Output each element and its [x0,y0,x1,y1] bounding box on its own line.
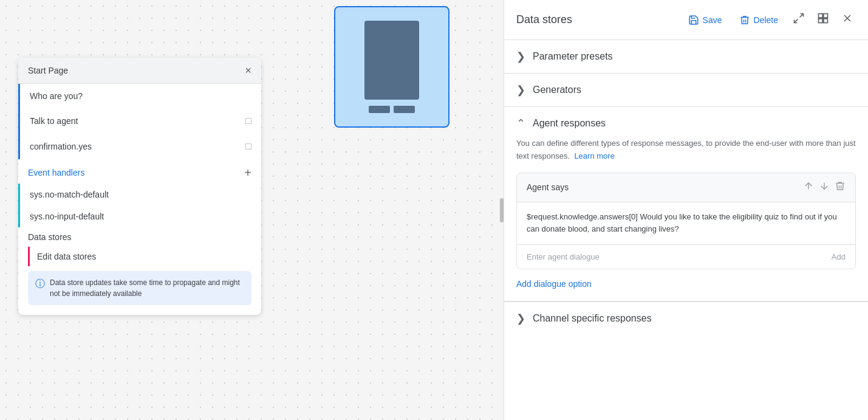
svg-line-0 [800,14,804,18]
info-box: ⓘ Data store updates take some time to p… [28,271,251,305]
agent-dialogue-text: $request.knowledge.answers[0] Would you … [517,202,855,246]
split-view-icon [817,12,829,24]
add-dialogue-option-button[interactable]: Add dialogue option [516,277,592,291]
move-down-button[interactable] [819,181,830,195]
data-stores-section: Data stores Edit data stores ⓘ Data stor… [18,227,261,315]
expand-button[interactable] [790,10,807,30]
sidebar-title: Start Page [28,66,68,75]
right-panel: Data stores Save Delete [504,0,868,420]
node-small-rect-1 [369,106,390,113]
right-panel-title: Data stores [516,13,676,26]
parameter-presets-title: Parameter presets [533,51,613,62]
sidebar-card: Start Page × Who are you? Talk to agent … [18,58,261,315]
agent-dialogue-input-row: Enter agent dialogue Add [517,245,855,269]
expand-icon [793,12,805,24]
document-icon: □ [245,141,251,152]
channel-specific-section[interactable]: ❯ Channel specific responses [504,302,868,335]
resize-handle[interactable] [500,198,504,222]
trash-icon [835,181,846,191]
svg-rect-4 [819,19,823,23]
data-store-item-label: Edit data stores [37,252,96,261]
svg-rect-2 [819,14,823,18]
event-handlers-add-button[interactable]: + [244,167,251,179]
save-label: Save [703,15,722,25]
agent-responses-header[interactable]: ⌃ Agent responses [516,117,856,130]
sidebar-items-section: Who are you? Talk to agent □ confirmatio… [18,84,261,159]
sidebar-item-label: Talk to agent [30,116,245,126]
svg-rect-5 [824,19,828,23]
dialogue-add-button[interactable]: Add [832,252,846,261]
delete-dialogue-button[interactable] [835,181,846,195]
sidebar-close-button[interactable]: × [245,65,251,76]
event-item-label: sys.no-input-default [30,212,104,221]
left-panel: Start Page × Who are you? Talk to agent … [0,0,279,420]
close-panel-button[interactable] [839,10,856,30]
sidebar-item-label: Who are you? [30,91,251,101]
node-small-rect-2 [394,106,415,113]
move-up-button[interactable] [803,181,814,195]
center-canvas [279,0,504,420]
chevron-right-icon: ❯ [516,312,525,325]
info-icon: ⓘ [35,278,45,291]
parameter-presets-section[interactable]: ❯ Parameter presets [504,40,868,74]
event-item-no-input[interactable]: sys.no-input-default [18,205,261,227]
delete-icon [739,15,750,26]
event-item-no-match[interactable]: sys.no-match-default [18,184,261,205]
learn-more-link[interactable]: Learn more [574,151,614,160]
sidebar-item-confirmation-yes[interactable]: confirmation.yes □ [18,134,261,159]
chevron-right-icon: ❯ [516,83,525,97]
add-dialogue-label: Add dialogue option [516,279,592,289]
event-handlers-title: Event handlers [28,168,84,177]
chevron-right-icon: ❯ [516,50,525,63]
delete-button[interactable]: Delete [734,12,783,28]
agent-says-actions [803,181,846,195]
split-view-button[interactable] [815,10,832,30]
down-arrow-icon [819,181,830,191]
dialogue-input-placeholder[interactable]: Enter agent dialogue [527,252,600,261]
agent-says-header: Agent says [517,173,855,202]
agent-says-title: Agent says [527,182,569,192]
channel-specific-title: Channel specific responses [533,313,652,324]
event-item-label: sys.no-match-default [30,190,109,199]
agent-responses-section: ⌃ Agent responses You can define differe… [504,107,868,301]
agent-responses-title: Agent responses [533,118,606,129]
generators-title: Generators [533,84,581,95]
svg-rect-3 [824,14,828,18]
event-handlers-header: Event handlers + [18,159,261,184]
canvas-node[interactable] [334,6,449,128]
generators-section[interactable]: ❯ Generators [504,74,868,107]
sidebar-header: Start Page × [18,58,261,84]
data-stores-title: Data stores [28,232,251,242]
chevron-down-icon: ⌃ [516,117,525,130]
document-icon: □ [245,115,251,126]
sidebar-item-label: confirmation.yes [30,142,245,151]
agent-says-card: Agent says [516,173,856,270]
node-bottom-row [369,106,415,113]
sidebar-item-who-are-you[interactable]: Who are you? [18,84,261,108]
right-panel-header: Data stores Save Delete [504,0,868,40]
svg-line-1 [795,19,798,23]
info-text: Data store updates take some time to pro… [50,277,244,299]
data-store-edit-item[interactable]: Edit data stores [28,247,251,266]
save-button[interactable]: Save [683,12,727,28]
close-panel-icon [841,12,853,24]
agent-responses-description: You can define different types of respon… [516,137,856,163]
node-rectangle [364,21,419,100]
save-icon [688,15,699,26]
delete-label: Delete [754,15,778,25]
sidebar-item-talk-to-agent[interactable]: Talk to agent □ [18,108,261,134]
up-arrow-icon [803,181,814,191]
